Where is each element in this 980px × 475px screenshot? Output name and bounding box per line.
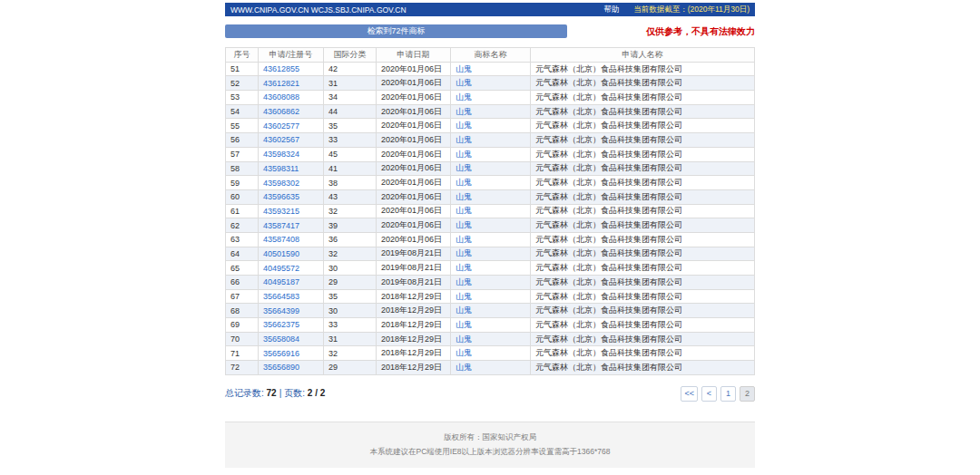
application-number-link[interactable]: 43598302 xyxy=(263,179,299,188)
table-row: 5843598311412020年01月06日山鬼元气森林（北京）食品科技集团有… xyxy=(226,161,755,176)
trademark-name-link[interactable]: 山鬼 xyxy=(456,292,472,301)
application-number-link[interactable]: 35662375 xyxy=(263,320,299,329)
cell-intl-class: 35 xyxy=(324,289,377,304)
trademark-name-link[interactable]: 山鬼 xyxy=(456,235,472,244)
cell-serial: 56 xyxy=(226,133,259,148)
cell-app-date: 2018年12月29日 xyxy=(377,346,451,361)
result-count-button[interactable]: 检索到72件商标 xyxy=(225,24,567,38)
table-row: 5443606862442020年01月06日山鬼元气森林（北京）食品科技集团有… xyxy=(226,104,755,119)
results-table: 序号 申请/注册号 国际分类 申请日期 商标名称 申请人名称 514361285… xyxy=(225,47,755,375)
table-row: 5243612821312020年01月06日山鬼元气森林（北京）食品科技集团有… xyxy=(226,76,755,91)
cell-intl-class: 32 xyxy=(324,247,377,261)
table-row: 6343587408362020年01月06日山鬼元气森林（北京）食品科技集团有… xyxy=(226,232,755,247)
trademark-name-link[interactable]: 山鬼 xyxy=(456,192,472,201)
help-link[interactable]: 帮助 xyxy=(603,5,619,15)
cell-intl-class: 38 xyxy=(324,176,377,190)
cell-intl-class: 39 xyxy=(324,218,377,233)
cell-serial: 70 xyxy=(226,332,259,346)
table-row: 5343608088342020年01月06日山鬼元气森林（北京）食品科技集团有… xyxy=(226,91,755,105)
cell-serial: 67 xyxy=(226,289,259,304)
application-number-link[interactable]: 43606862 xyxy=(263,107,299,116)
trademark-name-link[interactable]: 山鬼 xyxy=(456,206,472,215)
trademark-name-link[interactable]: 山鬼 xyxy=(456,220,472,229)
trademark-name-link[interactable]: 山鬼 xyxy=(456,320,472,329)
cell-applicant: 元气森林（北京）食品科技集团有限公司 xyxy=(531,304,755,318)
cell-applicant: 元气森林（北京）食品科技集团有限公司 xyxy=(531,104,755,119)
application-number-link[interactable]: 35656916 xyxy=(263,349,299,358)
cell-app-date: 2020年01月06日 xyxy=(377,189,451,204)
cell-intl-class: 41 xyxy=(324,161,377,176)
pagination: << < 1 2 xyxy=(681,386,755,402)
cell-applicant: 元气森林（北京）食品科技集团有限公司 xyxy=(531,204,755,218)
application-number-link[interactable]: 43608088 xyxy=(263,92,299,102)
cell-app-date: 2018年12月29日 xyxy=(377,361,451,375)
trademark-name-link[interactable]: 山鬼 xyxy=(456,178,472,187)
cell-app-date: 2020年01月06日 xyxy=(377,204,451,218)
cell-serial: 68 xyxy=(226,304,259,318)
application-number-link[interactable]: 43593215 xyxy=(263,207,299,216)
trademark-name-link[interactable]: 山鬼 xyxy=(456,263,472,272)
table-row: 5543602577352020年01月06日山鬼元气森林（北京）食品科技集团有… xyxy=(226,119,755,133)
trademark-name-link[interactable]: 山鬼 xyxy=(456,248,472,257)
total-records-value: 72 xyxy=(267,388,277,398)
trademark-name-link[interactable]: 山鬼 xyxy=(456,277,472,286)
disclaimer-text: 仅供参考，不具有法律效力 xyxy=(646,25,755,38)
summary-divider: | xyxy=(279,388,282,398)
cell-applicant: 元气森林（北京）食品科技集团有限公司 xyxy=(531,289,755,304)
application-number-link[interactable]: 43602577 xyxy=(263,121,299,131)
header-app-number: 申请/注册号 xyxy=(259,48,324,63)
trademark-name-link[interactable]: 山鬼 xyxy=(456,363,472,372)
application-number-link[interactable]: 43612855 xyxy=(263,64,299,73)
table-row: 7035658084312018年12月29日山鬼元气森林（北京）食品科技集团有… xyxy=(226,332,755,346)
table-row: 5643602567332020年01月06日山鬼元气森林（北京）食品科技集团有… xyxy=(226,133,755,148)
cell-applicant: 元气森林（北京）食品科技集团有限公司 xyxy=(531,332,755,346)
trademark-name-link[interactable]: 山鬼 xyxy=(456,78,472,87)
header-intl-class: 国际分类 xyxy=(324,48,377,63)
application-number-link[interactable]: 43602567 xyxy=(263,135,299,144)
trademark-name-link[interactable]: 山鬼 xyxy=(456,121,472,130)
cell-applicant: 元气森林（北京）食品科技集团有限公司 xyxy=(531,318,755,333)
application-number-link[interactable]: 35656890 xyxy=(263,363,299,372)
pagination-prev-button[interactable]: < xyxy=(701,386,717,402)
table-row: 6540495572302019年08月21日山鬼元气森林（北京）食品科技集团有… xyxy=(226,261,755,276)
cell-app-date: 2019年08月21日 xyxy=(377,247,451,261)
cell-app-date: 2018年12月29日 xyxy=(377,318,451,333)
trademark-name-link[interactable]: 山鬼 xyxy=(456,150,472,159)
application-number-link[interactable]: 35664583 xyxy=(263,292,299,301)
application-number-link[interactable]: 35658084 xyxy=(263,334,299,344)
application-number-link[interactable]: 40495572 xyxy=(263,264,299,273)
table-row: 6440501590322019年08月21日山鬼元气森林（北京）食品科技集团有… xyxy=(226,247,755,261)
cell-applicant: 元气森林（北京）食品科技集团有限公司 xyxy=(531,189,755,204)
table-row: 6735664583352018年12月29日山鬼元气森林（北京）食品科技集团有… xyxy=(226,289,755,304)
application-number-link[interactable]: 43612821 xyxy=(263,79,299,88)
trademark-name-link[interactable]: 山鬼 xyxy=(456,135,472,144)
application-number-link[interactable]: 43598311 xyxy=(263,164,299,173)
application-number-link[interactable]: 43596635 xyxy=(263,192,299,201)
trademark-name-link[interactable]: 山鬼 xyxy=(456,64,472,73)
cell-app-date: 2020年01月06日 xyxy=(377,62,451,76)
pagination-first-button[interactable]: << xyxy=(681,386,698,402)
cell-app-date: 2018年12月29日 xyxy=(377,332,451,346)
application-number-link[interactable]: 40501590 xyxy=(263,249,299,258)
pages-label: 页数: xyxy=(284,388,305,398)
topbar-site-urls[interactable]: WWW.CNIPA.GOV.CN WCJS.SBJ.CNIPA.GOV.CN xyxy=(230,5,407,15)
trademark-name-link[interactable]: 山鬼 xyxy=(456,107,472,116)
footer: 版权所有：国家知识产权局 本系统建议在PC端使用IE8以上版本浏览器分辨率设置需… xyxy=(225,422,755,468)
cell-app-date: 2018年12月29日 xyxy=(377,304,451,318)
table-header-row: 序号 申请/注册号 国际分类 申请日期 商标名称 申请人名称 xyxy=(226,48,755,63)
trademark-name-link[interactable]: 山鬼 xyxy=(456,348,472,357)
pagination-page-1-button[interactable]: 1 xyxy=(720,386,736,402)
trademark-name-link[interactable]: 山鬼 xyxy=(456,92,472,102)
trademark-name-link[interactable]: 山鬼 xyxy=(456,334,472,344)
application-number-link[interactable]: 43587417 xyxy=(263,221,299,230)
cell-intl-class: 32 xyxy=(324,346,377,361)
application-number-link[interactable]: 43587408 xyxy=(263,235,299,244)
trademark-name-link[interactable]: 山鬼 xyxy=(456,163,472,172)
cell-intl-class: 45 xyxy=(324,147,377,161)
application-number-link[interactable]: 35664399 xyxy=(263,306,299,315)
application-number-link[interactable]: 40495187 xyxy=(263,277,299,286)
application-number-link[interactable]: 43598324 xyxy=(263,150,299,159)
cell-intl-class: 34 xyxy=(324,91,377,105)
trademark-name-link[interactable]: 山鬼 xyxy=(456,305,472,315)
cell-app-date: 2018年12月29日 xyxy=(377,289,451,304)
